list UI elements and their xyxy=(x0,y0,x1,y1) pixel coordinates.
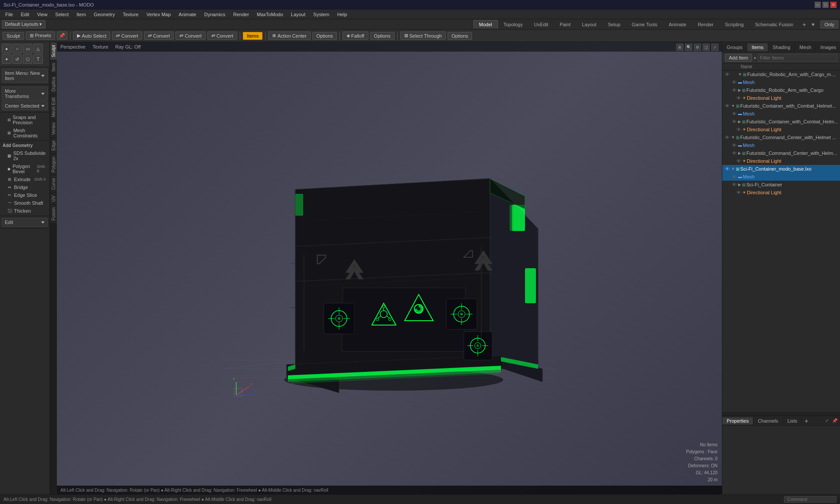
menu-select[interactable]: Select xyxy=(52,11,72,18)
tree-item-1[interactable]: 👁 ▬ Mesh xyxy=(722,78,840,86)
sculpt-circle-btn[interactable]: ● xyxy=(2,44,11,53)
tab-model[interactable]: Model xyxy=(473,20,498,28)
vp-icon-4[interactable]: ◫ xyxy=(703,44,710,51)
sds-subdivide-item[interactable]: ▦ SDS Subdivide 2x xyxy=(0,149,49,162)
menu-render[interactable]: Render xyxy=(230,11,252,18)
thicken-item[interactable]: ⬛ Thicken xyxy=(0,207,49,215)
polygon-bevel-item[interactable]: ◆ Polygon Bevel Shift-B xyxy=(0,162,49,175)
menu-geometry[interactable]: Geometry xyxy=(90,11,118,18)
options-btn-1[interactable]: Options xyxy=(312,32,337,40)
rbtab-expand-icon[interactable]: ⤢ xyxy=(823,417,830,424)
rbtab-add[interactable]: + xyxy=(802,416,811,425)
vtab-uv[interactable]: UV xyxy=(50,192,57,204)
tab-render[interactable]: Render xyxy=(692,20,719,28)
menu-file[interactable]: File xyxy=(2,11,17,18)
maximize-btn[interactable]: □ xyxy=(822,2,829,8)
edit-dropdown[interactable]: Edit xyxy=(2,218,48,227)
tree-item-11[interactable]: 👁 ☀ Directional Light xyxy=(722,157,840,165)
rbtab-properties[interactable]: Properties xyxy=(722,417,753,424)
menu-layout[interactable]: Layout xyxy=(287,11,309,18)
rbtab-lists[interactable]: Lists xyxy=(783,417,802,424)
tree-item-12[interactable]: 👁 ▼ ⊞ Sci-Fi_Container_modo_base.lxo xyxy=(722,165,840,173)
filter-items-input[interactable] xyxy=(758,54,837,62)
menu-help[interactable]: Help xyxy=(334,11,351,18)
rtab-shading[interactable]: Shading xyxy=(768,43,795,51)
items-scrollbar-h[interactable] xyxy=(722,412,840,416)
add-item-btn[interactable]: Add Item xyxy=(725,54,752,62)
convert-btn-1[interactable]: ⇌ Convert xyxy=(112,32,142,40)
auto-select-btn[interactable]: ▶ Auto Select xyxy=(73,32,110,40)
vtab-meshedit[interactable]: Mesh Edit xyxy=(50,94,57,119)
rtab-groups[interactable]: Groups xyxy=(722,43,747,51)
sculpt-star-btn[interactable]: ✦ xyxy=(2,54,11,64)
vtab-item[interactable]: Item xyxy=(50,60,57,74)
presets-pin-btn[interactable]: 📌 xyxy=(57,32,67,40)
tab-add-btn[interactable]: + xyxy=(799,20,809,29)
rbtab-pin-icon[interactable]: 📌 xyxy=(831,417,838,424)
mesh-constraints-item[interactable]: ⊠ Mesh Constraints xyxy=(0,126,49,140)
vtab-fusion[interactable]: Fusion xyxy=(50,204,57,223)
smooth-shaft-item[interactable]: 〰 Smooth Shaft xyxy=(0,199,49,207)
menu-dynamics[interactable]: Dynamics xyxy=(201,11,229,18)
tree-item-3[interactable]: 👁 ☀ Directional Light xyxy=(722,94,840,102)
rbtab-channels[interactable]: Channels xyxy=(753,417,783,424)
tree-item-6[interactable]: 👁 ▶ ⊞ Futuristic_Container_with_Combat_H… xyxy=(722,118,840,126)
tree-item-2[interactable]: 👁 ▶ ⊞ Futuristic_Robotic_Arm_with_Cargo xyxy=(722,86,840,94)
sculpt-refresh-btn[interactable]: ↺ xyxy=(12,54,22,64)
vtab-edge[interactable]: Edge xyxy=(50,137,57,153)
sculpt-hex-btn[interactable]: ⬡ xyxy=(23,54,32,64)
menu-system[interactable]: System xyxy=(310,11,333,18)
convert-btn-2[interactable]: ⇌ Convert xyxy=(144,32,174,40)
tab-animate[interactable]: Animate xyxy=(663,20,692,28)
tab-topology[interactable]: Topology xyxy=(498,20,528,28)
tree-item-14[interactable]: 👁 ▶ ⊞ Sci-Fi_Container xyxy=(722,181,840,189)
minimize-btn[interactable]: ─ xyxy=(815,2,821,8)
tab-gametools[interactable]: Game Tools xyxy=(626,20,663,28)
vp-icon-1[interactable]: ⊞ xyxy=(676,44,683,51)
rtab-mesh[interactable]: Mesh xyxy=(795,43,816,51)
tree-item-7[interactable]: 👁 ☀ Directional Light xyxy=(722,126,840,133)
bridge-item[interactable]: ⇔ Bridge xyxy=(0,183,49,191)
sculpt-text-btn[interactable]: T xyxy=(33,54,43,64)
tree-item-8[interactable]: 👁 ▼ ⊞ Futuristic_Command_Center_with_Hel… xyxy=(722,133,840,141)
edge-slice-item[interactable]: ✂ Edge Slice xyxy=(0,191,49,199)
center-selected-dropdown[interactable]: Center Selected xyxy=(2,102,48,110)
sculpt-cylinder-btn[interactable]: ▭ xyxy=(23,44,32,53)
vp-icon-2[interactable]: 🔍 xyxy=(685,44,692,51)
extrude-item[interactable]: ⊞ Extrude Shift-X xyxy=(0,175,49,183)
items-tree[interactable]: 👁 ▼ ⊞ Futuristic_Robotic_Arm_with_Cargo_… xyxy=(722,70,840,412)
select-through-btn[interactable]: ⊠ Select Through xyxy=(400,32,446,40)
tab-setup[interactable]: Setup xyxy=(602,20,626,28)
tab-scripting[interactable]: Scripting xyxy=(719,20,749,28)
tab-schematic[interactable]: Schematic Fusion xyxy=(749,20,799,28)
menu-view[interactable]: View xyxy=(34,11,51,18)
command-input[interactable] xyxy=(784,496,836,503)
tree-item-15[interactable]: 👁 ☀ Directional Light xyxy=(722,189,840,196)
vp-icon-5[interactable]: ⤢ xyxy=(711,44,718,51)
menu-vertexmap[interactable]: Vertex Map xyxy=(143,11,175,18)
vtab-vertex[interactable]: Vertex xyxy=(50,119,57,137)
tree-item-10[interactable]: 👁 ▶ ⊞ Futuristic_Command_Center_with_Hel… xyxy=(722,149,840,157)
sculpt-sphere-btn[interactable]: ○ xyxy=(12,44,22,53)
action-center-btn[interactable]: ⊕ Action Center xyxy=(268,32,311,40)
sculpt-cone-btn[interactable]: △ xyxy=(33,44,43,53)
tab-uvedit[interactable]: UvEdit xyxy=(528,20,554,28)
rtab-items[interactable]: Items xyxy=(747,43,768,51)
convert-btn-3[interactable]: ⇌ Convert xyxy=(175,32,206,40)
rtab-images[interactable]: Images xyxy=(816,43,840,51)
convert-btn-4[interactable]: ⇌ Convert xyxy=(207,32,238,40)
presets-btn[interactable]: ⊞ Presets xyxy=(26,32,55,40)
menu-item[interactable]: Item xyxy=(73,11,89,18)
menu-edit[interactable]: Edit xyxy=(18,11,33,18)
items-btn[interactable]: Items xyxy=(243,32,262,40)
snaps-precision-item[interactable]: ⊞ Snaps and Precision xyxy=(0,113,49,126)
tree-item-13[interactable]: 👁 ▬ Mesh xyxy=(722,173,840,181)
viewport[interactable]: Perspective Texture Ray GL: Off ⊞ 🔍 ⚙ ◫ … xyxy=(57,42,722,494)
vtab-sculpt[interactable]: Sculpt xyxy=(50,42,57,60)
vtab-duplica[interactable]: Duplica xyxy=(50,74,57,94)
vp-icon-3[interactable]: ⚙ xyxy=(694,44,701,51)
tree-item-5[interactable]: 👁 ▬ Mesh xyxy=(722,110,840,118)
tab-layout[interactable]: Layout xyxy=(576,20,602,28)
close-btn[interactable]: ✕ xyxy=(830,2,836,8)
vtab-polygon[interactable]: Polygon xyxy=(50,154,57,175)
